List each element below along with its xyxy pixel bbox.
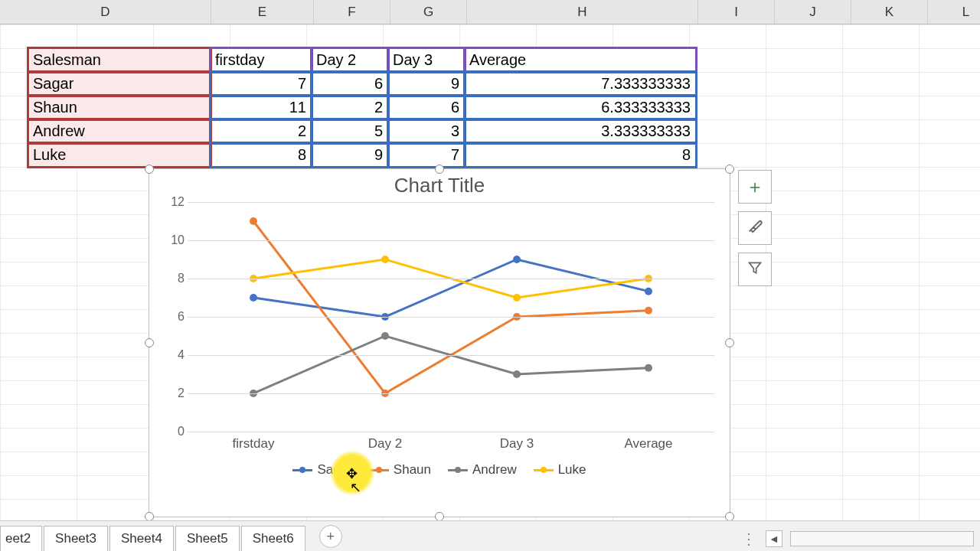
- data-table[interactable]: Salesman firstday Day 2 Day 3 Average Sa…: [28, 47, 696, 167]
- ytick: 4: [157, 348, 185, 362]
- svg-point-13: [381, 256, 389, 263]
- legend-entry[interactable]: Shaun: [369, 462, 431, 478]
- svg-point-0: [250, 294, 257, 302]
- table-row[interactable]: Luke 8 9 7 8: [28, 143, 696, 167]
- sheet-tab[interactable]: Sheet5: [175, 526, 240, 551]
- value-cell[interactable]: 11: [211, 96, 312, 119]
- swatch-icon: [369, 469, 389, 471]
- resize-handle[interactable]: [145, 165, 154, 174]
- chart-object[interactable]: Chart Title 024681012 firstday Day 2 Day…: [149, 168, 730, 517]
- legend-label: Shaun: [394, 462, 431, 478]
- table-row[interactable]: Andrew 2 5 3 3.333333333: [28, 119, 696, 143]
- plus-icon: +: [326, 529, 335, 545]
- svg-point-3: [645, 288, 652, 295]
- swatch-icon: [448, 469, 468, 471]
- hscroll-track[interactable]: [790, 531, 974, 546]
- col-header-D[interactable]: D: [0, 0, 211, 24]
- value-cell[interactable]: 3.333333333: [465, 119, 696, 143]
- resize-handle[interactable]: [725, 338, 734, 347]
- col-header-K[interactable]: K: [851, 0, 928, 24]
- sheet-tab[interactable]: Sheet6: [241, 526, 305, 551]
- sheet-tab[interactable]: Sheet4: [109, 526, 174, 551]
- header-firstday[interactable]: firstday: [211, 48, 312, 72]
- header-salesman[interactable]: Salesman: [28, 48, 211, 72]
- name-cell[interactable]: Luke: [28, 143, 211, 167]
- chart-side-buttons: ＋: [738, 170, 772, 286]
- brush-icon: [746, 217, 763, 239]
- x-axis: firstday Day 2 Day 3 Average: [188, 436, 714, 452]
- svg-point-9: [381, 332, 389, 340]
- resize-handle[interactable]: [435, 165, 444, 174]
- col-header-L[interactable]: L: [928, 0, 980, 24]
- value-cell[interactable]: 5: [312, 119, 388, 143]
- xtick: Day 3: [451, 436, 583, 452]
- header-average[interactable]: Average: [465, 48, 696, 72]
- ytick: 6: [157, 310, 185, 324]
- value-cell[interactable]: 6: [312, 72, 388, 96]
- legend-label: Andrew: [472, 462, 517, 478]
- name-cell[interactable]: Shaun: [28, 96, 211, 119]
- add-sheet-button[interactable]: +: [319, 525, 342, 548]
- funnel-icon: [747, 259, 763, 280]
- col-header-F[interactable]: F: [314, 0, 390, 24]
- value-cell[interactable]: 6.333333333: [465, 96, 696, 119]
- value-cell[interactable]: 9: [388, 72, 465, 96]
- sheet-tab[interactable]: eet2: [0, 526, 42, 551]
- col-header-H[interactable]: H: [467, 0, 698, 24]
- resize-handle[interactable]: [145, 338, 154, 347]
- xtick: firstday: [188, 436, 319, 452]
- col-header-E[interactable]: E: [211, 0, 314, 24]
- value-cell[interactable]: 7: [388, 143, 465, 167]
- resize-handle[interactable]: [725, 165, 734, 174]
- svg-point-2: [513, 256, 521, 263]
- plot-area[interactable]: 024681012: [188, 202, 714, 432]
- header-day3[interactable]: Day 3: [388, 48, 465, 72]
- chart-add-element-button[interactable]: ＋: [738, 170, 772, 204]
- sheet-tab[interactable]: Sheet3: [44, 526, 108, 551]
- col-header-J[interactable]: J: [775, 0, 851, 24]
- legend-entry[interactable]: Luke: [534, 462, 586, 478]
- svg-point-14: [513, 294, 521, 302]
- plus-icon: ＋: [746, 174, 764, 199]
- xtick: Average: [583, 436, 714, 452]
- name-cell[interactable]: Andrew: [28, 119, 211, 143]
- value-cell[interactable]: 8: [465, 143, 696, 167]
- swatch-icon: [292, 469, 312, 471]
- value-cell[interactable]: 9: [312, 143, 388, 167]
- ytick: 12: [157, 195, 185, 209]
- ytick: 2: [157, 386, 185, 400]
- xtick: Day 2: [319, 436, 451, 452]
- value-cell[interactable]: 2: [211, 119, 312, 143]
- col-header-G[interactable]: G: [390, 0, 467, 24]
- col-header-I[interactable]: I: [698, 0, 775, 24]
- ytick: 8: [157, 272, 185, 285]
- value-cell[interactable]: 2: [312, 96, 388, 119]
- tab-overflow-icon[interactable]: ⋮: [741, 530, 758, 548]
- legend-label: Luke: [558, 462, 586, 478]
- value-cell[interactable]: 6: [388, 96, 465, 119]
- legend[interactable]: Sagar Shaun Andrew Luke: [149, 462, 730, 478]
- worksheet-grid[interactable]: Salesman firstday Day 2 Day 3 Average Sa…: [0, 24, 980, 520]
- sheet-tabstrip: eet2 Sheet3 Sheet4 Sheet5 Sheet6 + ⋮ ◄: [0, 520, 980, 551]
- value-cell[interactable]: 3: [388, 119, 465, 143]
- legend-entry[interactable]: Andrew: [448, 462, 517, 478]
- chart-filter-button[interactable]: [738, 253, 772, 286]
- svg-point-7: [645, 307, 652, 315]
- value-cell[interactable]: 7.333333333: [465, 72, 696, 96]
- svg-point-10: [513, 370, 521, 378]
- table-row[interactable]: Shaun 11 2 6 6.333333333: [28, 96, 696, 119]
- column-headers: D E F G H I J K L: [0, 0, 980, 24]
- chart-styles-button[interactable]: [738, 211, 772, 245]
- legend-entry[interactable]: Sagar: [292, 462, 351, 478]
- header-day2[interactable]: Day 2: [312, 48, 388, 72]
- hscroll-left-button[interactable]: ◄: [766, 530, 782, 547]
- swatch-icon: [534, 469, 554, 471]
- table-row[interactable]: Sagar 7 6 9 7.333333333: [28, 72, 696, 96]
- triangle-left-icon: ◄: [769, 533, 779, 545]
- svg-point-4: [250, 217, 257, 225]
- name-cell[interactable]: Sagar: [28, 72, 211, 96]
- value-cell[interactable]: 7: [211, 72, 312, 96]
- ytick: 0: [157, 425, 185, 439]
- y-axis: 024681012: [157, 202, 185, 432]
- value-cell[interactable]: 8: [211, 143, 312, 167]
